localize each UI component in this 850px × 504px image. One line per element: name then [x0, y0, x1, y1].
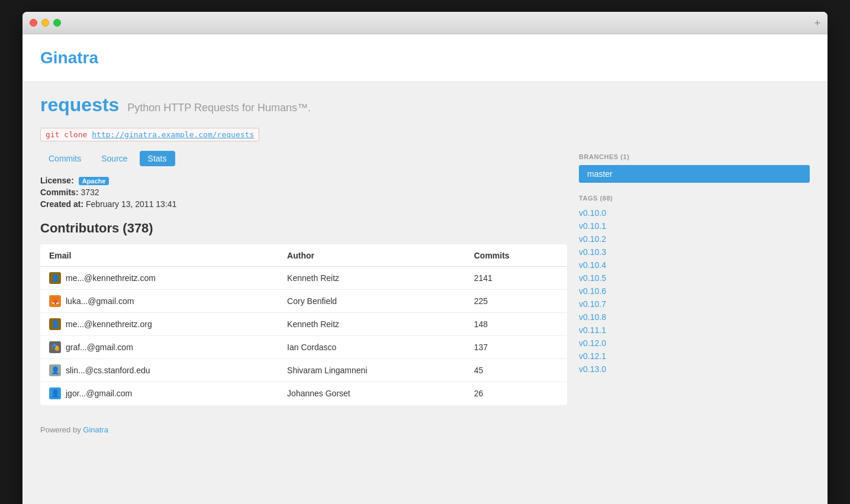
contributor-author-cell: Shivaram Lingamneni — [279, 359, 466, 382]
repo-name: requests — [40, 94, 119, 115]
tag-item[interactable]: v0.10.8 — [579, 311, 810, 324]
contributor-author-cell: Cory Benfield — [279, 290, 466, 313]
footer: Powered by Ginatra — [22, 417, 828, 442]
new-tab-button[interactable]: + — [814, 18, 820, 28]
clone-prefix: git clone — [46, 130, 92, 139]
tab-stats[interactable]: Stats — [140, 151, 175, 166]
tag-item[interactable]: v0.10.1 — [579, 219, 810, 232]
clone-command[interactable]: git clone http://ginatra.example.com/req… — [40, 128, 259, 141]
contributor-commits-cell: 26 — [466, 382, 567, 405]
tag-item[interactable]: v0.10.2 — [579, 232, 810, 245]
contributor-author-cell: Johannes Gorset — [279, 382, 466, 405]
avatar: 👤 — [49, 272, 61, 284]
app-title: Ginatra — [40, 49, 98, 67]
contributors-heading: Contributors (378) — [40, 221, 567, 236]
contributor-commits-cell: 2141 — [466, 267, 567, 290]
col-commits: Commits — [466, 245, 567, 267]
contributor-commits-cell: 137 — [466, 336, 567, 359]
tab-commits[interactable]: Commits — [40, 151, 89, 166]
clone-url[interactable]: http://ginatra.example.com/requests — [92, 130, 254, 139]
table-row: 👤slin...@cs.stanford.eduShivaram Lingamn… — [41, 359, 567, 382]
created-label: Created at: — [40, 199, 83, 209]
email-text: graf...@gmail.com — [66, 343, 133, 352]
contributor-commits-cell: 45 — [466, 359, 567, 382]
col-author: Author — [279, 245, 466, 267]
contributor-email-cell: 👤me...@kennethreitz.org — [41, 313, 279, 336]
tag-item[interactable]: v0.10.3 — [579, 245, 810, 259]
repo-name-row: requests Python HTTP Requests for Humans… — [40, 94, 810, 116]
avatar: 👤 — [49, 364, 61, 376]
contributor-commits-cell: 225 — [466, 290, 567, 313]
email-text: slin...@cs.stanford.edu — [66, 366, 150, 375]
repo-description: Python HTTP Requests for Humans™. — [127, 102, 311, 114]
email-text: jgor...@gmail.com — [66, 389, 132, 398]
license-badge: Apache — [79, 177, 110, 185]
tag-item[interactable]: v0.12.1 — [579, 350, 810, 363]
table-header-row: Email Author Commits — [41, 245, 567, 267]
table-row: 👤me...@kennethreitz.comKenneth Reitz2141 — [41, 267, 567, 290]
tags-list: v0.10.0v0.10.1v0.10.2v0.10.3v0.10.4v0.10… — [579, 206, 810, 376]
commits-row: Commits: 3732 — [40, 188, 567, 197]
created-row: Created at: February 13, 2011 13:41 — [40, 199, 567, 209]
avatar: 👤 — [49, 387, 61, 399]
powered-by-text: Powered by — [40, 425, 83, 434]
col-email: Email — [41, 245, 279, 267]
table-row: 👤jgor...@gmail.comJohannes Gorset26 — [41, 382, 567, 405]
created-value: February 13, 2011 13:41 — [86, 199, 176, 209]
content-area: Commits Source Stats License: Apache Com… — [40, 141, 567, 405]
contributor-email-cell: 🎭graf...@gmail.com — [41, 336, 279, 359]
page-content: Ginatra requests Python HTTP Requests fo… — [22, 34, 828, 504]
tags-heading: TAGS (88) — [579, 195, 810, 202]
browser-window: + Ginatra requests Python HTTP Requests … — [22, 12, 828, 504]
titlebar: + — [22, 12, 828, 34]
meta-section: License: Apache Commits: 3732 Created at… — [40, 176, 567, 209]
contributor-email-cell: 👤slin...@cs.stanford.edu — [41, 359, 279, 382]
tag-item[interactable]: v0.13.0 — [579, 363, 810, 376]
tabs: Commits Source Stats — [40, 141, 567, 176]
contributor-email-cell: 🦊luka...@gmail.com — [41, 290, 279, 313]
repo-section: requests Python HTTP Requests for Humans… — [22, 82, 828, 141]
tag-item[interactable]: v0.10.6 — [579, 285, 810, 298]
traffic-lights — [30, 19, 61, 27]
tag-item[interactable]: v0.10.5 — [579, 272, 810, 285]
email-text: luka...@gmail.com — [66, 296, 134, 306]
commits-meta-label: Commits: — [40, 188, 79, 197]
close-button[interactable] — [30, 19, 37, 27]
contributor-email-cell: 👤jgor...@gmail.com — [41, 382, 279, 405]
footer-link[interactable]: Ginatra — [83, 425, 108, 434]
main-layout: Commits Source Stats License: Apache Com… — [22, 141, 828, 417]
commits-meta-value: 3732 — [81, 188, 99, 197]
maximize-button[interactable] — [53, 19, 61, 27]
tag-item[interactable]: v0.10.0 — [579, 206, 810, 219]
avatar: 🎭 — [49, 341, 61, 353]
tag-item[interactable]: v0.12.0 — [579, 337, 810, 350]
tag-item[interactable]: v0.10.7 — [579, 298, 810, 311]
contributor-author-cell: Ian Cordasco — [279, 336, 466, 359]
contributor-commits-cell: 148 — [466, 313, 567, 336]
table-row: 🦊luka...@gmail.comCory Benfield225 — [41, 290, 567, 313]
avatar: 👤 — [49, 318, 61, 330]
table-row: 🎭graf...@gmail.comIan Cordasco137 — [41, 336, 567, 359]
contributors-table: Email Author Commits 👤me...@kennethreitz… — [40, 244, 567, 405]
minimize-button[interactable] — [41, 19, 49, 27]
branch-master[interactable]: master — [579, 165, 810, 183]
tags-section: TAGS (88) v0.10.0v0.10.1v0.10.2v0.10.3v0… — [579, 195, 810, 376]
contributor-author-cell: Kenneth Reitz — [279, 267, 466, 290]
branches-heading: BRANCHES (1) — [579, 153, 810, 160]
tag-item[interactable]: v0.10.4 — [579, 259, 810, 272]
table-row: 👤me...@kennethreitz.orgKenneth Reitz148 — [41, 313, 567, 336]
header-bar: Ginatra — [22, 34, 828, 82]
license-label: License: — [40, 176, 74, 185]
branches-section: BRANCHES (1) master — [579, 153, 810, 183]
contributor-author-cell: Kenneth Reitz — [279, 313, 466, 336]
tab-source[interactable]: Source — [93, 151, 136, 166]
contributor-email-cell: 👤me...@kennethreitz.com — [41, 267, 279, 290]
sidebar: BRANCHES (1) master TAGS (88) v0.10.0v0.… — [579, 141, 810, 405]
email-text: me...@kennethreitz.com — [66, 273, 156, 283]
email-text: me...@kennethreitz.org — [66, 319, 152, 329]
license-row: License: Apache — [40, 176, 567, 185]
avatar: 🦊 — [49, 295, 61, 307]
tag-item[interactable]: v0.11.1 — [579, 324, 810, 337]
